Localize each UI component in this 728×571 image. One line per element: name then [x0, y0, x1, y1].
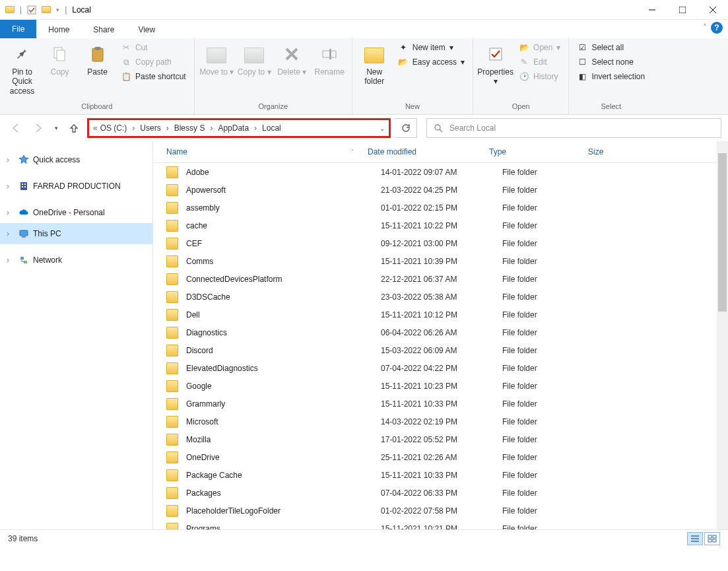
- address-bar[interactable]: « OS (C:)› Users› Blessy S› AppData› Loc…: [87, 118, 391, 138]
- file-type: File folder: [502, 506, 601, 516]
- navtree-item[interactable]: ›Network: [0, 250, 152, 271]
- easy-access-button[interactable]: 📂Easy access ▾: [394, 55, 469, 69]
- select-group: ☑Select all ☐Select none ◧Invert selecti…: [569, 38, 653, 114]
- expand-icon[interactable]: ›: [7, 155, 15, 164]
- breadcrumb-item[interactable]: Local: [259, 123, 284, 133]
- ribbon-tabs: File Home Share View ˄ ?: [0, 20, 728, 38]
- file-type: File folder: [502, 488, 601, 498]
- expand-icon[interactable]: ›: [7, 182, 15, 191]
- file-row[interactable]: Discord15-03-2022 06:09 AMFile folder: [153, 341, 728, 359]
- column-name[interactable]: Name˄: [153, 147, 368, 156]
- file-row[interactable]: Microsoft14-03-2022 02:19 PMFile folder: [153, 413, 728, 430]
- refresh-button[interactable]: [395, 118, 417, 138]
- recent-dropdown[interactable]: ▾: [51, 119, 61, 137]
- select-all-button[interactable]: ☑Select all: [573, 41, 649, 54]
- breadcrumb-item[interactable]: Blessy S: [172, 123, 208, 133]
- move-to-button[interactable]: Move to ▾: [199, 41, 235, 77]
- file-row[interactable]: Diagnostics06-04-2022 06:26 AMFile folde…: [153, 323, 728, 341]
- file-row[interactable]: Comms15-11-2021 10:39 PMFile folder: [153, 252, 728, 270]
- maximize-button[interactable]: [667, 0, 698, 20]
- chevron-right-icon[interactable]: ›: [207, 123, 215, 133]
- share-tab[interactable]: Share: [81, 20, 126, 38]
- help-icon[interactable]: ?: [711, 22, 723, 34]
- thumbnails-view-button[interactable]: [704, 532, 720, 545]
- copy-to-button[interactable]: Copy to ▾: [236, 41, 273, 77]
- navtree-item[interactable]: ›This PC: [0, 223, 152, 244]
- back-button[interactable]: [7, 119, 25, 137]
- address-dropdown-icon[interactable]: ⌄: [380, 125, 385, 132]
- window-title: Local: [72, 5, 91, 15]
- delete-button[interactable]: Delete ▾: [274, 41, 310, 77]
- file-row[interactable]: Package Cache15-11-2021 10:33 PMFile fol…: [153, 466, 728, 484]
- new-folder-button[interactable]: New folder: [356, 41, 393, 86]
- cut-button[interactable]: ✂Cut: [117, 41, 190, 54]
- status-bar: 39 items: [0, 529, 728, 547]
- breadcrumb-item[interactable]: OS (C:): [98, 123, 130, 133]
- select-all-icon: ☑: [577, 42, 587, 53]
- qat-dropdown-icon[interactable]: ▾: [56, 7, 59, 13]
- file-name: Comms: [186, 257, 381, 266]
- expand-icon[interactable]: ›: [7, 229, 15, 238]
- navtree-item[interactable]: ›FARRAD PRODUCTION: [0, 176, 152, 197]
- file-row[interactable]: ElevatedDiagnostics07-04-2022 04:22 PMFi…: [153, 359, 728, 377]
- file-tab[interactable]: File: [0, 20, 36, 38]
- file-row[interactable]: assembly01-01-2022 02:15 PMFile folder: [153, 199, 728, 217]
- scrollbar[interactable]: [717, 141, 728, 529]
- minimize-button[interactable]: [637, 0, 667, 20]
- column-size[interactable]: Size: [588, 147, 654, 156]
- scrollbar-thumb[interactable]: [718, 153, 727, 312]
- details-view-button[interactable]: [687, 532, 703, 545]
- file-row[interactable]: OneDrive25-11-2021 02:26 AMFile folder: [153, 448, 728, 466]
- file-row[interactable]: PlaceholderTileLogoFolder01-02-2022 07:5…: [153, 502, 728, 520]
- chevron-right-icon[interactable]: ›: [129, 123, 137, 133]
- open-group: Properties ▾ 📂Open ▾ ✎Edit 🕑History Open: [473, 38, 569, 114]
- properties-button[interactable]: Properties ▾: [477, 41, 513, 86]
- paste-icon: [87, 44, 108, 65]
- invert-selection-button[interactable]: ◧Invert selection: [573, 70, 649, 83]
- file-row[interactable]: CEF09-12-2021 03:00 PMFile folder: [153, 234, 728, 252]
- new-item-button[interactable]: ✦New item ▾: [394, 41, 469, 54]
- forward-button[interactable]: [29, 119, 48, 137]
- file-row[interactable]: Grammarly15-11-2021 10:33 PMFile folder: [153, 395, 728, 413]
- close-button[interactable]: [698, 0, 728, 20]
- file-row[interactable]: Apowersoft21-03-2022 04:25 PMFile folder: [153, 181, 728, 199]
- file-row[interactable]: ConnectedDevicesPlatform22-12-2021 06:37…: [153, 270, 728, 288]
- edit-button[interactable]: ✎Edit: [515, 55, 564, 69]
- file-row[interactable]: Programs15-11-2021 10:21 PMFile folder: [153, 520, 728, 529]
- rename-button[interactable]: Rename: [312, 41, 348, 77]
- copy-path-button[interactable]: ⧉Copy path: [117, 55, 190, 69]
- pin-quick-access-button[interactable]: Pin to Quick access: [4, 41, 40, 96]
- column-date[interactable]: Date modified: [368, 147, 489, 156]
- breadcrumb-item[interactable]: Users: [137, 123, 163, 133]
- breadcrumb-item[interactable]: AppData: [215, 123, 251, 133]
- history-icon: 🕑: [519, 71, 529, 82]
- open-button[interactable]: 📂Open ▾: [515, 41, 564, 54]
- file-row[interactable]: Adobe14-01-2022 09:07 AMFile folder: [153, 163, 728, 181]
- file-row[interactable]: cache15-11-2021 10:22 PMFile folder: [153, 217, 728, 234]
- file-row[interactable]: D3DSCache23-03-2022 05:38 AMFile folder: [153, 288, 728, 306]
- navtree-item[interactable]: ›OneDrive - Personal: [0, 202, 152, 223]
- paste-button[interactable]: Paste: [79, 41, 116, 77]
- folder-icon: [166, 202, 178, 214]
- expand-icon[interactable]: ›: [7, 208, 15, 217]
- expand-icon[interactable]: ›: [7, 255, 15, 265]
- home-tab[interactable]: Home: [36, 20, 81, 38]
- navtree-item[interactable]: ›Quick access: [0, 149, 152, 170]
- checkbox-icon[interactable]: [27, 5, 36, 15]
- file-row[interactable]: Mozilla17-01-2022 05:52 PMFile folder: [153, 430, 728, 448]
- file-row[interactable]: Packages07-04-2022 06:33 PMFile folder: [153, 484, 728, 502]
- chevron-right-icon[interactable]: ›: [251, 123, 259, 133]
- select-none-button[interactable]: ☐Select none: [573, 55, 649, 69]
- collapse-ribbon-icon[interactable]: ˄: [703, 23, 707, 32]
- file-row[interactable]: Dell15-11-2021 10:12 PMFile folder: [153, 306, 728, 323]
- view-tab[interactable]: View: [126, 20, 167, 38]
- file-row[interactable]: Google15-11-2021 10:23 PMFile folder: [153, 377, 728, 395]
- copy-button[interactable]: Copy: [42, 41, 78, 77]
- search-input[interactable]: Search Local: [426, 118, 721, 138]
- up-button[interactable]: [65, 119, 83, 137]
- paste-shortcut-button[interactable]: 📋Paste shortcut: [117, 70, 190, 83]
- column-type[interactable]: Type: [489, 147, 588, 156]
- chevron-right-icon[interactable]: ›: [164, 123, 172, 133]
- overflow-chevron-icon[interactable]: «: [93, 123, 98, 133]
- history-button[interactable]: 🕑History: [515, 70, 564, 83]
